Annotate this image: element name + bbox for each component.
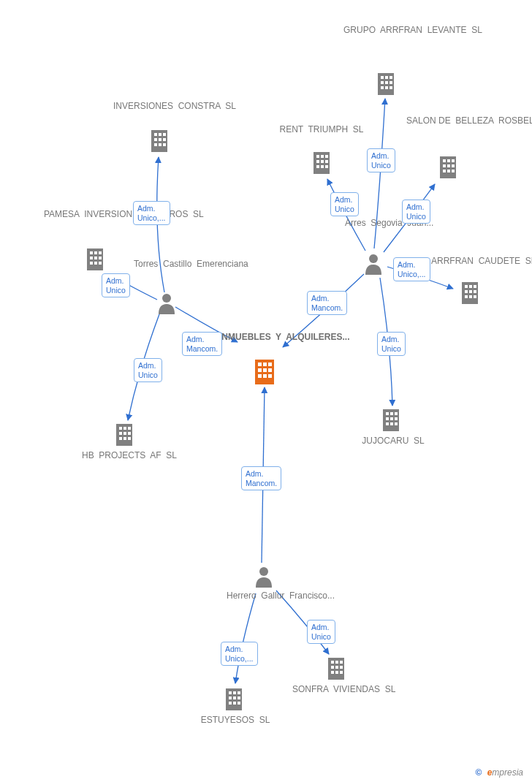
svg-rect-63: [465, 290, 468, 293]
svg-rect-18: [99, 257, 102, 259]
svg-rect-91: [331, 661, 334, 664]
building-icon: [459, 281, 481, 308]
svg-rect-101: [258, 362, 262, 366]
svg-rect-43: [316, 160, 319, 163]
svg-rect-36: [385, 86, 388, 89]
svg-rect-68: [474, 290, 476, 293]
company-label-pamesa: PAMESA INVERSIONES Y OTROS SL: [44, 209, 146, 220]
svg-rect-54: [447, 164, 450, 167]
svg-rect-6: [159, 143, 162, 146]
svg-rect-26: [123, 437, 126, 440]
company-label-rent-triumph: RENT TRIUMPH SL: [278, 124, 365, 135]
svg-rect-41: [316, 155, 319, 158]
svg-rect-64: [469, 290, 472, 293]
building-icon: [223, 687, 245, 715]
svg-rect-61: [465, 285, 468, 288]
company-label-salon-rosbel: SALON DE BELLEZA ROSBEL SL: [406, 115, 494, 126]
svg-point-111: [369, 254, 378, 263]
svg-rect-75: [386, 422, 389, 425]
company-label-grupo-arrfran: GRUPO ARRFRAN LEVANTE SL: [343, 25, 431, 36]
edge-label: Adm. Unico: [402, 200, 430, 224]
svg-rect-81: [229, 691, 232, 694]
svg-rect-94: [335, 666, 338, 669]
company-label-jujocaru: JUJOCARU SL: [349, 436, 437, 447]
svg-rect-51: [443, 159, 446, 162]
svg-rect-69: [474, 295, 476, 298]
svg-rect-9: [163, 143, 166, 146]
company-label-arrfran-caudete: ARRFRAN CAUDETE SL: [431, 256, 532, 267]
svg-rect-48: [325, 160, 328, 163]
svg-rect-62: [469, 285, 472, 288]
svg-rect-85: [229, 702, 232, 705]
brand-rest: mpresia: [492, 767, 523, 778]
edge-label: Adm. Unico,...: [133, 201, 170, 225]
building-icon: [113, 422, 135, 450]
svg-rect-1: [154, 133, 157, 136]
svg-rect-66: [469, 295, 472, 298]
svg-rect-89: [238, 702, 240, 705]
svg-rect-31: [381, 76, 384, 79]
svg-rect-22: [123, 427, 126, 430]
svg-point-112: [259, 567, 268, 576]
svg-rect-59: [452, 170, 455, 172]
svg-rect-84: [233, 696, 236, 699]
svg-rect-34: [385, 81, 388, 84]
svg-rect-8: [163, 138, 166, 141]
svg-rect-49: [325, 165, 328, 168]
edge-label: Adm. Unico,...: [393, 257, 430, 281]
diagram-canvas: INVERSIONES CONSTRA SL PAMESA INVERSIONE…: [0, 0, 532, 782]
svg-rect-88: [238, 696, 240, 699]
svg-rect-73: [386, 417, 389, 420]
svg-point-110: [162, 294, 171, 303]
person-icon: [254, 566, 273, 591]
svg-rect-46: [321, 165, 324, 168]
svg-rect-92: [335, 661, 338, 664]
svg-rect-56: [447, 170, 450, 172]
svg-rect-28: [128, 432, 131, 435]
company-label-hb-projects: HB PROJECTS AF SL: [82, 450, 170, 461]
svg-rect-77: [395, 412, 398, 415]
svg-rect-71: [386, 412, 389, 415]
svg-rect-33: [381, 81, 384, 84]
svg-rect-42: [321, 155, 324, 158]
svg-rect-82: [233, 691, 236, 694]
building-icon: [437, 155, 459, 183]
svg-rect-78: [395, 417, 398, 420]
svg-rect-37: [390, 76, 392, 79]
svg-rect-65: [465, 295, 468, 298]
svg-rect-67: [474, 285, 476, 288]
svg-rect-58: [452, 164, 455, 167]
svg-rect-55: [443, 170, 446, 172]
svg-rect-4: [159, 138, 162, 141]
svg-rect-87: [238, 691, 240, 694]
svg-rect-38: [390, 81, 392, 84]
svg-rect-83: [229, 696, 232, 699]
edge-label: Adm. Unico: [367, 148, 395, 172]
company-label-estuyesos: ESTUYESOS SL: [191, 715, 279, 726]
edge-label: Adm. Unico: [330, 192, 359, 216]
svg-rect-27: [128, 427, 131, 430]
svg-rect-24: [123, 432, 126, 435]
svg-rect-25: [119, 437, 122, 440]
svg-rect-99: [340, 671, 343, 674]
company-label-focal: INMUEBLES Y ALQUILERES...: [219, 332, 329, 343]
edge-label: Adm. Unico: [377, 332, 406, 356]
copyright-symbol: ©: [475, 767, 482, 778]
building-icon: [84, 247, 106, 275]
edge-label: Adm. Unico: [134, 358, 162, 382]
svg-rect-39: [390, 86, 392, 89]
svg-rect-53: [443, 164, 446, 167]
person-label-torres-castillo: Torres Castillo Emerenciana: [134, 259, 221, 270]
svg-rect-12: [94, 251, 97, 254]
building-icon-focal: [252, 358, 277, 389]
svg-rect-74: [390, 417, 393, 420]
svg-rect-19: [99, 262, 102, 265]
svg-rect-5: [154, 143, 157, 146]
svg-rect-14: [94, 257, 97, 259]
svg-rect-29: [128, 437, 131, 440]
svg-rect-102: [263, 362, 267, 366]
person-icon: [157, 292, 176, 317]
building-icon: [148, 129, 170, 156]
svg-rect-93: [331, 666, 334, 669]
svg-rect-45: [316, 165, 319, 168]
